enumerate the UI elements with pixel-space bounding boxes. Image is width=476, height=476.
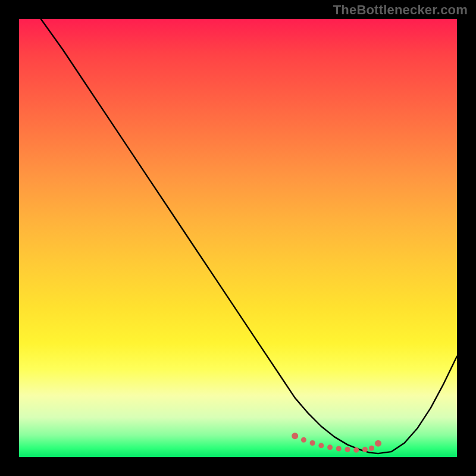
- marker-dot: [353, 447, 359, 453]
- marker-dot: [318, 443, 324, 448]
- marker-dot: [292, 433, 298, 439]
- watermark-link[interactable]: TheBottlenecker.com: [333, 2, 468, 17]
- marker-dot: [327, 444, 333, 450]
- bottleneck-curve: [41, 19, 457, 453]
- marker-dot: [375, 440, 381, 447]
- chart-frame: TheBottlenecker.com: [0, 0, 476, 476]
- marker-dot: [301, 437, 306, 443]
- watermark[interactable]: TheBottlenecker.com: [333, 2, 468, 18]
- marker-dot: [369, 446, 374, 451]
- marker-dot: [336, 446, 342, 452]
- marker-dot: [362, 447, 368, 452]
- optimal-region-markers: [292, 433, 381, 453]
- marker-dot: [345, 447, 350, 452]
- chart-svg: [19, 19, 457, 457]
- marker-dot: [310, 440, 315, 446]
- plot-area: [19, 19, 457, 457]
